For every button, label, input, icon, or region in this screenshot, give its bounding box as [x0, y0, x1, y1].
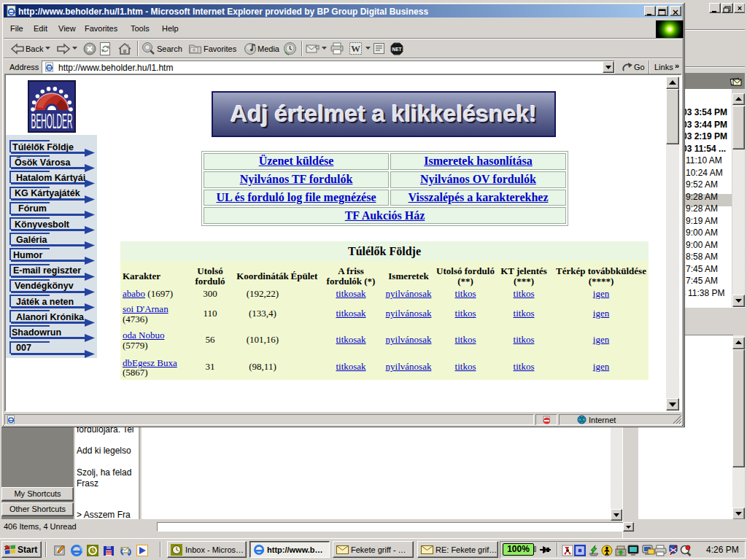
svg-text:BEHOLDER: BEHOLDER — [31, 109, 73, 133]
svg-text:W: W — [351, 43, 360, 54]
svg-text:NET: NET — [392, 47, 402, 52]
